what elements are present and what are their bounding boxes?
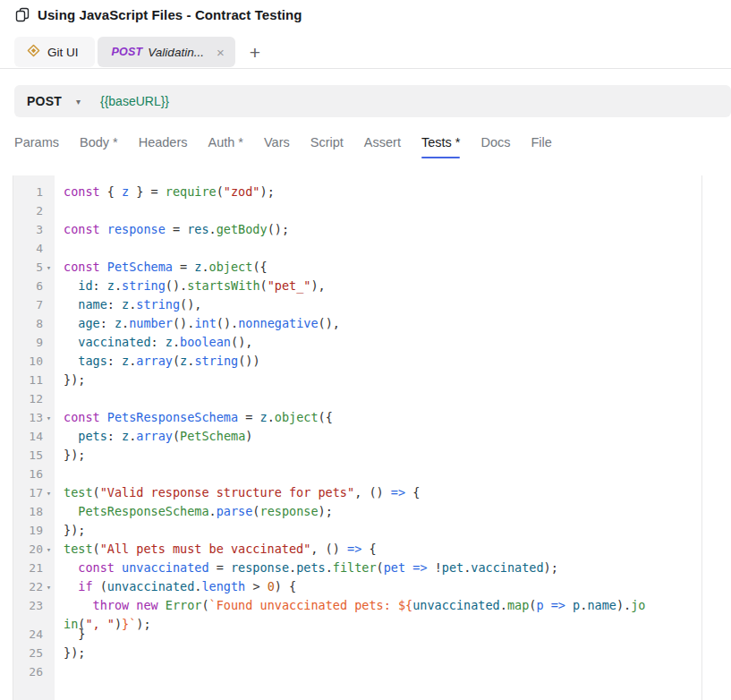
code-line: }); — [55, 371, 647, 389]
request-url-bar[interactable]: POST ▾ {{baseURL}} — [14, 85, 731, 117]
tab-git-ui[interactable]: Git UI — [14, 37, 95, 67]
line-number-gutter: 6 — [13, 277, 55, 295]
code-row[interactable]: 23 throw new Error(`Found unvaccinated p… — [13, 596, 701, 625]
code-row[interactable]: 21 const unvaccinated = response.pets.fi… — [13, 559, 701, 577]
line-number: 21 — [29, 559, 43, 577]
tab-docs[interactable]: Docs — [480, 135, 510, 157]
close-tab-icon[interactable]: × — [217, 46, 225, 59]
line-number-gutter: 10 — [13, 352, 55, 371]
line-number: 12 — [29, 389, 43, 408]
tab-post-validating[interactable]: POST Validatin... × — [98, 37, 235, 67]
code-line: PetsResponseSchema.parse(response); — [55, 502, 647, 521]
method-select[interactable]: POST — [27, 94, 62, 108]
line-number-gutter: 23 — [13, 596, 55, 625]
line-number-gutter: 17▾ — [13, 483, 55, 502]
fold-arrow-icon[interactable]: ▾ — [43, 483, 55, 502]
code-line: id: z.string().startsWith("pet_"), — [55, 277, 647, 295]
tab-script[interactable]: Script — [310, 135, 344, 157]
line-number: 6 — [36, 277, 43, 295]
code-row[interactable]: 12 — [13, 389, 701, 408]
tab-params[interactable]: Params — [14, 135, 59, 157]
fold-arrow-icon[interactable]: ▾ — [43, 577, 55, 596]
code-row[interactable]: 5▾const PetSchema = z.object({ — [13, 258, 701, 277]
new-tab-button[interactable]: + — [250, 43, 260, 62]
tab-assert[interactable]: Assert — [364, 135, 401, 157]
code-line: } — [55, 625, 647, 644]
code-row[interactable]: 7 name: z.string(), — [13, 295, 701, 314]
fold-arrow-placeholder — [43, 352, 55, 371]
fold-arrow-icon[interactable]: ▾ — [43, 540, 55, 559]
code-row[interactable]: 3const response = res.getBody(); — [13, 220, 701, 239]
tab-file[interactable]: File — [531, 135, 552, 157]
code-row[interactable]: 9 vaccinated: z.boolean(), — [13, 333, 701, 352]
code-row[interactable]: 25}); — [13, 644, 701, 662]
line-number-gutter: 18 — [13, 502, 55, 521]
code-row[interactable]: 18 PetsResponseSchema.parse(response); — [13, 502, 701, 521]
line-number: 2 — [36, 201, 43, 220]
fold-arrow-placeholder — [43, 239, 55, 258]
tab-body[interactable]: Body * — [80, 135, 118, 157]
code-row[interactable]: 2 — [13, 201, 701, 220]
tab-tests[interactable]: Tests * — [421, 135, 461, 157]
line-number-gutter: 5▾ — [13, 258, 55, 277]
fold-arrow-placeholder — [43, 220, 55, 239]
code-row[interactable]: 11}); — [13, 371, 701, 389]
line-number: 20 — [29, 540, 43, 559]
fold-arrow-placeholder — [43, 502, 55, 521]
line-number-gutter: 15 — [13, 446, 55, 465]
code-line: name: z.string(), — [55, 295, 647, 314]
code-row[interactable]: 16 — [13, 465, 701, 483]
code-line: }); — [55, 521, 647, 540]
code-row[interactable]: 20▾test("All pets must be vaccinated", (… — [13, 540, 701, 559]
line-number-gutter: 7 — [13, 295, 55, 314]
fold-arrow-placeholder — [43, 389, 55, 408]
code-line: pets: z.array(PetSchema) — [55, 427, 647, 446]
line-number-gutter: 13▾ — [13, 408, 55, 427]
code-row[interactable]: 13▾const PetsResponseSchema = z.object({ — [13, 408, 701, 427]
code-row[interactable]: 22▾ if (unvaccinated.length > 0) { — [13, 577, 701, 596]
code-line: if (unvaccinated.length > 0) { — [55, 577, 647, 596]
tab-post-label: Validatin... — [148, 46, 204, 59]
code-row[interactable]: 4 — [13, 239, 701, 258]
code-line — [55, 662, 647, 681]
tab-auth[interactable]: Auth * — [208, 135, 244, 157]
code-row[interactable]: 6 id: z.string().startsWith("pet_"), — [13, 277, 701, 295]
tab-headers[interactable]: Headers — [139, 135, 188, 157]
fold-arrow-placeholder — [43, 201, 55, 220]
line-number: 19 — [29, 521, 43, 540]
line-number: 11 — [29, 371, 43, 389]
fold-arrow-placeholder — [43, 662, 55, 681]
fold-arrow-icon[interactable]: ▾ — [43, 408, 55, 427]
url-input[interactable]: {{baseURL}} — [100, 94, 169, 108]
line-number: 1 — [36, 183, 43, 201]
code-line: const PetsResponseSchema = z.object({ — [55, 408, 647, 427]
fold-arrow-icon[interactable]: ▾ — [43, 258, 55, 277]
line-number-gutter: 20▾ — [13, 540, 55, 559]
fold-arrow-placeholder — [43, 521, 55, 540]
code-row[interactable]: 1const { z } = require("zod"); — [13, 183, 701, 201]
code-line: throw new Error(`Found unvaccinated pets… — [55, 596, 647, 625]
line-number-gutter: 25 — [13, 644, 55, 662]
code-row[interactable]: 14 pets: z.array(PetSchema) — [13, 427, 701, 446]
code-row[interactable]: 8 age: z.number().int().nonnegative(), — [13, 314, 701, 333]
line-number: 25 — [29, 644, 43, 662]
code-row[interactable]: 26 — [13, 662, 701, 681]
line-number-gutter: 24 — [13, 625, 55, 644]
code-row[interactable]: 24 } — [13, 625, 701, 644]
line-number: 22 — [29, 577, 43, 596]
gem-icon — [27, 44, 40, 61]
code-row[interactable]: 10 tags: z.array(z.string()) — [13, 352, 701, 371]
code-row[interactable]: 15}); — [13, 446, 701, 465]
fold-arrow-placeholder — [43, 295, 55, 314]
line-number-gutter: 21 — [13, 559, 55, 577]
code-row[interactable]: 19}); — [13, 521, 701, 540]
code-row[interactable]: 17▾test("Valid response structure for pe… — [13, 483, 701, 502]
line-number-gutter: 26 — [13, 662, 55, 681]
chevron-down-icon[interactable]: ▾ — [76, 97, 81, 107]
line-number-gutter: 16 — [13, 465, 55, 483]
line-number: 5 — [36, 258, 43, 277]
line-number: 16 — [29, 465, 43, 483]
line-number-gutter: 8 — [13, 314, 55, 333]
tab-vars[interactable]: Vars — [264, 135, 290, 157]
tests-code-editor[interactable]: 1const { z } = require("zod");23const re… — [13, 175, 702, 700]
